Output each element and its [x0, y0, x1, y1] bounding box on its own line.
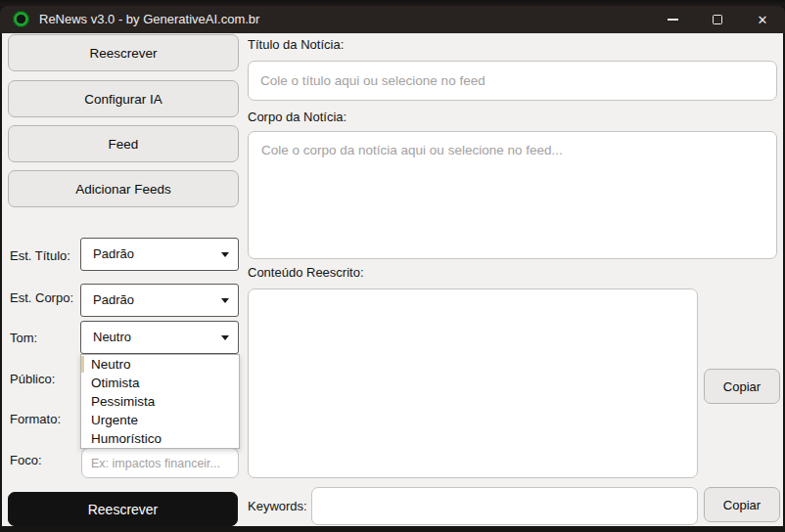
copiar-conteudo-button[interactable]: Copiar [704, 369, 780, 404]
maximize-button[interactable] [695, 6, 740, 33]
est-corpo-combobox-value: Padrão [93, 285, 134, 316]
tom-option-neutro[interactable]: Neutro [81, 355, 239, 374]
tom-label: Tom: [10, 331, 37, 345]
publico-label: Público: [10, 372, 55, 386]
tom-option-label: Otimista [91, 376, 140, 390]
formato-label: Formato: [10, 412, 61, 426]
feed-button[interactable]: Feed [8, 125, 239, 162]
window-controls: ✕ [650, 6, 785, 33]
foco-label: Foco: [10, 453, 42, 467]
tom-option-label: Urgente [91, 413, 138, 427]
tom-option-urgente[interactable]: Urgente [81, 411, 239, 429]
conteudo-reescrito-textarea[interactable] [248, 288, 698, 478]
tom-option-humoristico[interactable]: Humorístico [81, 429, 239, 448]
adicionar-feeds-button[interactable]: Adicionar Feeds [8, 170, 239, 207]
est-titulo-label: Est. Título: [10, 248, 70, 263]
tom-option-pessimista[interactable]: Pessimista [81, 392, 239, 411]
copiar-keywords-button[interactable]: Copiar [704, 487, 780, 522]
selected-option-marker [81, 356, 84, 373]
keywords-label: Keywords: [248, 499, 307, 513]
est-corpo-combobox[interactable]: Padrão [80, 284, 239, 317]
tom-combobox[interactable]: Neutro [80, 321, 239, 354]
app-icon [13, 11, 29, 27]
corpo-noticia-label: Corpo da Notícia: [248, 110, 346, 124]
foco-input[interactable] [81, 448, 239, 478]
tom-dropdown-list: Neutro Otimista Pessimista Urgente Humor… [80, 354, 240, 449]
tom-combobox-value: Neutro [93, 322, 131, 353]
tom-option-label: Pessimista [91, 394, 155, 409]
est-titulo-combobox-value: Padrão [93, 239, 134, 270]
est-titulo-combobox[interactable]: Padrão [80, 238, 239, 271]
reescrever-nav-button[interactable]: Reescrever [8, 34, 239, 71]
chevron-down-icon [221, 252, 229, 257]
titulo-noticia-input[interactable] [248, 61, 777, 101]
titlebar: ReNews v3.0 - by GenerativeAI.com.br ✕ [0, 6, 785, 33]
reescrever-action-button[interactable]: Reescrever [8, 492, 238, 526]
keywords-input[interactable] [311, 487, 698, 525]
configurar-ia-button[interactable]: Configurar IA [8, 80, 239, 117]
app-window: ReNews v3.0 - by GenerativeAI.com.br ✕ R… [0, 0, 785, 532]
tom-option-label: Neutro [91, 357, 131, 372]
maximize-icon [713, 15, 722, 24]
est-corpo-label: Est. Corpo: [10, 290, 73, 305]
window-title: ReNews v3.0 - by GenerativeAI.com.br [39, 6, 259, 33]
chevron-down-icon [221, 298, 229, 303]
minimize-icon [668, 19, 678, 21]
tom-option-otimista[interactable]: Otimista [81, 374, 239, 392]
minimize-button[interactable] [650, 6, 695, 33]
conteudo-reescrito-label: Conteúdo Reescrito: [248, 265, 364, 280]
corpo-noticia-textarea[interactable] [248, 131, 777, 259]
close-button[interactable]: ✕ [740, 6, 785, 33]
tom-option-label: Humorístico [91, 431, 162, 446]
titulo-noticia-label: Título da Notícia: [248, 37, 344, 52]
close-icon: ✕ [758, 14, 768, 26]
chevron-down-icon [221, 335, 229, 340]
